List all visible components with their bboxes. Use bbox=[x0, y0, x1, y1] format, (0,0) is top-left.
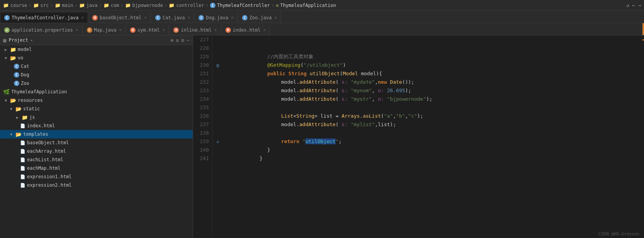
nav-fwd-icon[interactable]: → bbox=[638, 3, 641, 8]
code-line-240: } bbox=[229, 146, 642, 154]
bc-class-icon: C bbox=[210, 3, 215, 8]
bc-thymeleaf-app[interactable]: ThymeleafApplication bbox=[280, 3, 336, 8]
tab-dog[interactable]: C Dog.java × bbox=[194, 12, 237, 23]
html-icon: H bbox=[173, 27, 179, 33]
bc-folder-icon: 📁 bbox=[3, 3, 9, 8]
html-file-icon: 📄 bbox=[20, 183, 25, 188]
tree-item-model[interactable]: ▶ 📁 model bbox=[0, 45, 193, 54]
folder-icon: 📁 bbox=[10, 47, 16, 52]
tab-close-icon[interactable]: × bbox=[275, 15, 277, 20]
tree-item-static-index[interactable]: 📄 index.html bbox=[0, 122, 193, 130]
tab-sym[interactable]: H sym.html × bbox=[126, 24, 169, 35]
code-content: 227 228 229 230 231 232 233 234 235 236 … bbox=[193, 35, 644, 238]
java-icon: C bbox=[155, 15, 161, 20]
tree-item-zoo[interactable]: C Zoo bbox=[0, 79, 193, 88]
code-lines[interactable]: //内置的工具类对象 @GetMapping("/utilobject") pu… bbox=[223, 35, 642, 238]
app-icon: 🌿 bbox=[3, 89, 10, 95]
active-tab-indicator bbox=[642, 23, 644, 35]
bc-bjpowernode[interactable]: bjpowernode bbox=[132, 3, 163, 8]
project-label: Project bbox=[8, 37, 28, 43]
tree-item-baseobject[interactable]: 📄 baseObject.html bbox=[0, 138, 193, 147]
tab-close-icon[interactable]: × bbox=[214, 27, 217, 32]
class-c-icon: C bbox=[14, 81, 19, 86]
breadcrumb-bar: 📁 course › 📁 src › 📁 main › 📁 java › 📁 c… bbox=[0, 0, 644, 11]
tree-item-cat[interactable]: C Cat bbox=[0, 62, 193, 71]
folder-open-icon: 📂 bbox=[15, 132, 22, 137]
tree-item-resources[interactable]: ▼ 📂 resources bbox=[0, 96, 193, 105]
tree-item-templates[interactable]: ▼ 📂 templates bbox=[0, 130, 193, 138]
tree-item-expression2[interactable]: 📄 expression2.html bbox=[0, 181, 193, 189]
tab-zoo[interactable]: C Zoo.java × bbox=[238, 12, 281, 23]
tab-close-icon[interactable]: × bbox=[119, 27, 122, 32]
bc-java[interactable]: java bbox=[86, 3, 98, 8]
html-file-icon: 📄 bbox=[20, 157, 25, 162]
tab-label: Zoo.java bbox=[249, 15, 272, 20]
tab-close-icon[interactable]: × bbox=[76, 27, 78, 32]
tab-baseobject[interactable]: H baseObject.html × bbox=[88, 12, 151, 23]
tree-item-eachlist[interactable]: 📄 eachList.html bbox=[0, 155, 193, 164]
nav-back-icon[interactable]: ← bbox=[632, 3, 635, 8]
tab-close-icon[interactable]: × bbox=[144, 15, 147, 20]
arrow-icon: ▼ bbox=[8, 107, 14, 111]
folder-open-icon: 📂 bbox=[10, 98, 16, 103]
tree-item-expression1[interactable]: 📄 expression1.html bbox=[0, 172, 193, 181]
tab-close-icon[interactable]: × bbox=[188, 15, 190, 20]
bc-src[interactable]: src bbox=[41, 3, 49, 8]
bc-app-icon: ⚙ bbox=[276, 3, 278, 8]
tab-app-props[interactable]: ⚙ application.properties × bbox=[0, 24, 83, 35]
settings-icon[interactable]: ⚙ bbox=[181, 37, 184, 43]
tab-thymeleaf-controller[interactable]: C ThymeleafController.java × bbox=[0, 12, 88, 23]
locate-icon[interactable]: ⊕ bbox=[171, 37, 174, 43]
tab-label: application.properties bbox=[12, 27, 73, 33]
tab-map[interactable]: C Map.java × bbox=[83, 24, 126, 35]
watermark: CSDN @KK-Greyson bbox=[598, 231, 639, 236]
tab-cat[interactable]: C Cat.java × bbox=[151, 12, 194, 23]
html-file-icon: 📄 bbox=[20, 174, 25, 179]
bc-folder-icon: 📁 bbox=[55, 3, 61, 8]
collapse-icon[interactable]: ⇅ bbox=[176, 37, 179, 43]
tab-inline[interactable]: H inline.html × bbox=[169, 24, 221, 35]
tab-label: baseObject.html bbox=[100, 15, 141, 20]
arrow-icon: ▼ bbox=[3, 56, 8, 60]
bc-thymeleaf-controller[interactable]: ThymeleafController bbox=[217, 3, 270, 8]
bc-folder-icon: 📁 bbox=[169, 3, 175, 8]
line-numbers: 227 228 229 230 231 232 233 234 235 236 … bbox=[193, 35, 212, 238]
tree-item-static[interactable]: ▼ 📂 static bbox=[0, 105, 193, 113]
html-file-icon: 📄 bbox=[20, 149, 25, 154]
folder-open-icon: 📂 bbox=[10, 55, 16, 61]
code-line-228: //内置的工具类对象 bbox=[229, 44, 642, 52]
refresh-icon[interactable]: ↺ bbox=[626, 3, 629, 8]
bc-course[interactable]: course bbox=[10, 3, 27, 8]
bc-folder-icon: 📁 bbox=[103, 3, 109, 8]
arrow-icon: ▶ bbox=[15, 115, 20, 120]
html-file-icon: 📄 bbox=[20, 140, 25, 145]
tree-item-eachmap[interactable]: 📄 eachMap.html bbox=[0, 164, 193, 172]
sidebar-grid-icon: ▦ bbox=[3, 37, 6, 43]
html-icon: H bbox=[225, 27, 231, 33]
tree-item-eacharray[interactable]: 📄 eachArray.html bbox=[0, 147, 193, 155]
folder-open-icon: 📂 bbox=[15, 106, 22, 112]
tab-close-icon[interactable]: × bbox=[263, 27, 266, 32]
tree-item-thymeleaf-app[interactable]: 🌿 ThymeleafApplication bbox=[0, 88, 193, 96]
tab-label: inline.html bbox=[181, 27, 211, 33]
tab-bar-row1: C ThymeleafController.java × H baseObjec… bbox=[0, 11, 644, 23]
tree-item-js[interactable]: ▶ 📁 js bbox=[0, 113, 193, 122]
tab-index[interactable]: H index.html × bbox=[221, 24, 270, 35]
bc-folder-icon: 📁 bbox=[125, 3, 131, 8]
code-line-227 bbox=[229, 35, 642, 44]
java-icon: C bbox=[87, 27, 92, 33]
bc-com[interactable]: com bbox=[111, 3, 119, 8]
bc-main[interactable]: main bbox=[62, 3, 73, 8]
tab-close-icon[interactable]: × bbox=[81, 15, 84, 20]
tab-close-icon[interactable]: × bbox=[231, 15, 234, 20]
html-icon: H bbox=[92, 15, 98, 20]
tree-item-vo[interactable]: ▼ 📂 vo bbox=[0, 54, 193, 62]
tree-item-dog[interactable]: C Dog bbox=[0, 71, 193, 79]
code-line-241 bbox=[229, 154, 642, 163]
close-icon[interactable]: − bbox=[186, 37, 190, 43]
tab-close-icon[interactable]: × bbox=[163, 27, 165, 32]
java-icon: C bbox=[198, 15, 204, 20]
chevron-down-icon[interactable]: ▾ bbox=[31, 38, 33, 42]
sidebar: ▦ Project ▾ ⊕ ⇅ ⚙ − ▶ 📁 model ▼ 📂 vo bbox=[0, 35, 193, 238]
bc-controller[interactable]: controller bbox=[176, 3, 204, 8]
